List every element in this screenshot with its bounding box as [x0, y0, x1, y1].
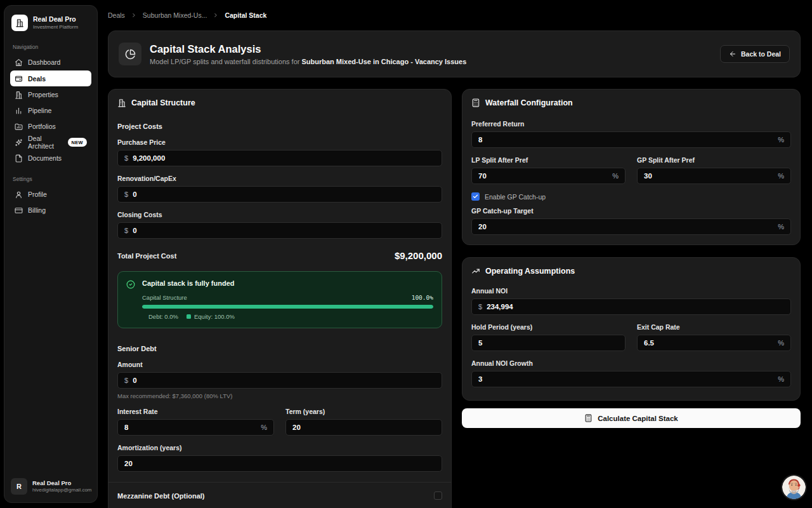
sidebar-item-label: Profile — [28, 190, 47, 198]
purchase-price-input[interactable] — [133, 154, 435, 162]
dollar-prefix: $ — [124, 377, 128, 384]
funding-status-message: Capital stack is fully funded — [142, 279, 433, 287]
renovation-label: Renovation/CapEx — [117, 175, 442, 182]
sidebar-item-documents[interactable]: Documents — [10, 150, 91, 166]
sidebar-item-dashboard[interactable]: Dashboard — [10, 55, 91, 70]
term-field — [285, 419, 442, 436]
renovation-input[interactable] — [133, 190, 435, 198]
app-logo-icon — [11, 15, 28, 31]
panel-title: Capital Structure — [131, 98, 195, 107]
project-costs-label: Project Costs — [117, 123, 442, 130]
noi-growth-input[interactable] — [478, 375, 774, 383]
chevron-right-icon — [213, 12, 219, 18]
calculate-capital-stack-button[interactable]: Calculate Capital Stack — [462, 408, 801, 428]
building-icon — [117, 98, 126, 107]
total-project-cost-label: Total Project Cost — [117, 252, 176, 260]
folder-icon — [15, 123, 23, 131]
hold-period-field — [471, 335, 625, 351]
amortization-input[interactable] — [124, 460, 435, 467]
sidebar-item-label: Billing — [28, 206, 46, 214]
app-tagline: Investment Platform — [33, 24, 78, 30]
percent-suffix: % — [778, 339, 784, 347]
debt-legend: Debt: 0.0% — [148, 313, 178, 320]
dollar-prefix: $ — [124, 190, 128, 198]
dollar-prefix: $ — [124, 154, 128, 162]
bar-chart-icon — [15, 107, 23, 115]
amortization-label: Amortization (years) — [117, 444, 442, 451]
file-icon — [15, 154, 23, 163]
sidebar-item-billing[interactable]: Billing — [10, 203, 91, 218]
capital-stack-page: Real Deal Pro Investment Platform Naviga… — [0, 0, 812, 508]
sidebar-item-label: Portfolios — [28, 123, 56, 130]
sidebar-item-portfolios[interactable]: Portfolios — [10, 119, 91, 134]
gp-split-field: % — [637, 168, 791, 184]
page-header: Capital Stack Analysis Model LP/GP split… — [108, 30, 801, 77]
mezzanine-checkbox[interactable] — [434, 491, 442, 500]
preferred-return-input[interactable] — [478, 136, 774, 144]
hold-period-input[interactable] — [478, 339, 619, 347]
lp-split-label: LP Split After Pref — [471, 156, 625, 164]
enable-gp-catchup-checkbox[interactable] — [471, 192, 480, 201]
sidebar-item-label: Properties — [28, 91, 58, 98]
sidebar-user[interactable]: R Real Deal Pro hivedigitalapp@gmail.com — [11, 478, 92, 495]
mezzanine-debt-label: Mezzanine Debt (Optional) — [117, 492, 205, 500]
arrow-left-icon — [729, 50, 737, 58]
interest-rate-input[interactable] — [124, 424, 257, 431]
sidebar-item-deals[interactable]: Deals — [10, 70, 91, 86]
lp-split-field: % — [471, 168, 625, 184]
gp-catchup-target-field: % — [471, 218, 791, 235]
back-to-deal-button[interactable]: Back to Deal — [720, 45, 790, 63]
term-input[interactable] — [292, 424, 435, 431]
gp-catchup-target-label: GP Catch-up Target — [471, 207, 791, 215]
percent-suffix: % — [778, 172, 784, 180]
gp-split-label: GP Split After Pref — [637, 156, 791, 164]
gp-split-input[interactable] — [644, 172, 774, 180]
user-name: Real Deal Pro — [32, 479, 92, 487]
app-logo: Real Deal Pro Investment Platform — [10, 13, 91, 34]
app-name: Real Deal Pro — [33, 15, 78, 23]
percent-suffix: % — [612, 172, 619, 180]
amount-input[interactable] — [133, 377, 435, 384]
breadcrumb-deals[interactable]: Deals — [108, 11, 125, 19]
exit-cap-rate-label: Exit Cap Rate — [637, 323, 791, 331]
gp-catchup-target-input[interactable] — [478, 223, 774, 231]
capital-bar-track — [142, 305, 433, 309]
sidebar-item-deal-architect[interactable]: Deal Architect NEW — [10, 135, 91, 150]
closing-costs-field: $ — [117, 222, 442, 239]
total-project-cost-value: $9,200,000 — [395, 250, 442, 261]
user-email: hivedigitalapp@gmail.com — [32, 487, 92, 493]
calculator-icon — [471, 98, 480, 107]
sparkles-icon — [15, 138, 23, 147]
senior-debt-label: Senior Debt — [117, 345, 442, 352]
closing-costs-input[interactable] — [133, 227, 435, 234]
panel-title: Waterfall Configuration — [485, 98, 573, 107]
building-icon — [15, 91, 23, 99]
sidebar-item-profile[interactable]: Profile — [10, 187, 91, 202]
operating-assumptions-panel: Operating Assumptions Annual NOI $ Hold … — [462, 257, 801, 401]
page-subtitle: Model LP/GP splits and waterfall distrib… — [150, 58, 720, 65]
support-chat-avatar[interactable] — [782, 476, 806, 499]
home-icon — [15, 58, 23, 67]
nav-section-label: Navigation — [13, 44, 91, 50]
percent-suffix: % — [778, 375, 784, 383]
equity-swatch — [187, 314, 191, 319]
funding-status-alert: Capital stack is fully funded Capital St… — [117, 271, 442, 328]
capital-structure-panel: Capital Structure Project Costs Purchase… — [108, 89, 452, 508]
exit-cap-rate-input[interactable] — [644, 339, 774, 347]
annual-noi-input[interactable] — [487, 303, 784, 311]
percent-suffix: % — [261, 424, 267, 431]
breadcrumb-deal[interactable]: Suburban Mixed-Us... — [143, 11, 207, 19]
calculator-icon — [584, 414, 593, 422]
panel-title: Operating Assumptions — [485, 267, 575, 276]
preferred-return-label: Preferred Return — [471, 120, 791, 128]
sidebar-item-label: Pipeline — [28, 107, 51, 114]
lp-split-input[interactable] — [478, 172, 608, 180]
page-title: Capital Stack Analysis — [150, 43, 720, 56]
equity-legend: Equity: 100.0% — [187, 313, 235, 320]
renovation-field: $ — [117, 186, 442, 203]
sidebar-item-pipeline[interactable]: Pipeline — [10, 103, 91, 118]
mezzanine-debt-row: Mezzanine Debt (Optional) — [117, 491, 442, 500]
sidebar-item-properties[interactable]: Properties — [10, 87, 91, 102]
capital-bar-label: Capital Structure — [142, 294, 187, 301]
dollar-prefix: $ — [124, 227, 128, 234]
